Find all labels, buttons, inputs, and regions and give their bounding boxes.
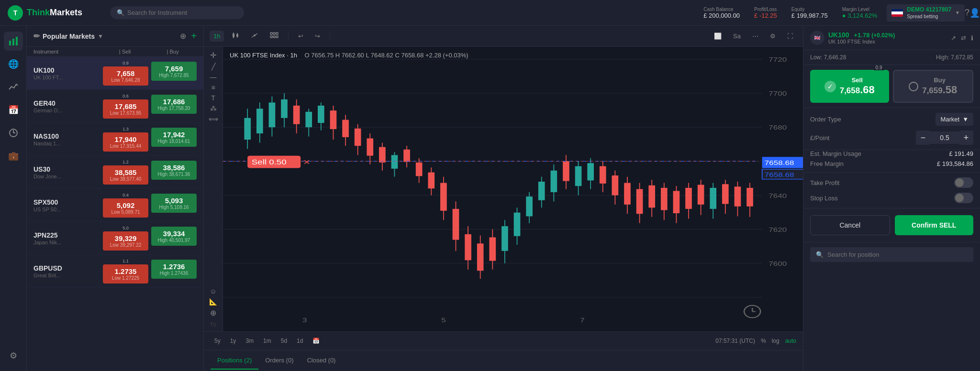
log-toggle[interactable]: log — [772, 338, 780, 344]
svg-rect-81 — [501, 226, 508, 251]
stepper-decrement[interactable]: − — [916, 131, 930, 145]
measure-tool[interactable]: ⟺ — [209, 115, 218, 123]
buy-price-button[interactable]: 17,686 High 17,758.20 — [151, 95, 197, 114]
buy-price-button[interactable]: 7,659 High 7,672.85 — [151, 62, 197, 81]
confirm-sell-button[interactable]: Confirm SELL — [895, 215, 974, 235]
sidebar-item-calendar[interactable]: 📅 — [4, 100, 23, 120]
chart-fullscreen[interactable]: ⛶ — [783, 31, 797, 42]
chart-settings[interactable]: ⚙ — [766, 31, 780, 42]
add-market-button[interactable]: + — [191, 31, 197, 42]
collapse-icon[interactable]: ⇄ — [961, 34, 966, 42]
trend-tool[interactable]: ╱ — [212, 63, 215, 70]
buy-price-button[interactable]: 39,334 High 40,501.97 — [151, 227, 197, 246]
sell-price-button[interactable]: 17,685 Low 17,673.95 — [103, 99, 148, 119]
pattern-tool[interactable]: ⁂ — [210, 105, 217, 112]
buy-price-button[interactable]: 17,942 High 18,014.61 — [151, 128, 197, 147]
chart-type-candle[interactable] — [228, 30, 243, 43]
svg-rect-15 — [273, 33, 275, 34]
sidebar-item-markets[interactable] — [4, 77, 23, 97]
svg-rect-97 — [600, 166, 606, 184]
sell-price-button[interactable]: 38,585 Low 38,577.40 — [103, 165, 148, 185]
chart-canvas[interactable]: UK 100 FTSE Index · 1h O 7656.75 H 7662.… — [223, 47, 803, 331]
sidebar-item-portfolio[interactable]: 💼 — [4, 146, 23, 165]
timeframe-buttons: 5y 1y 3m 1m 5d 1d 📅 — [211, 336, 323, 346]
cancel-button[interactable]: Cancel — [810, 215, 890, 235]
chart-screenshot[interactable]: Sa — [729, 31, 745, 42]
sidebar-item-globe[interactable]: 🌐 — [4, 55, 23, 74]
buy-price-button[interactable]: 1.2736 High 1.27436 — [151, 260, 197, 279]
crosshair-tool[interactable]: ✛ — [210, 51, 216, 60]
sync-icon[interactable]: ⊕ — [180, 32, 186, 41]
chart-settings2[interactable]: ⋯ — [748, 31, 762, 42]
tf-1m[interactable]: 1m — [259, 336, 275, 346]
order-header-icons: ↗ ⇄ ℹ — [951, 34, 973, 42]
user-icon[interactable]: 👤 — [969, 8, 980, 18]
pencil-icon[interactable]: ✏ — [33, 32, 40, 41]
instrument-row[interactable]: JPN225 Japan Nik... 5.0 39,329 Low 39,29… — [27, 222, 203, 255]
sell-price-button[interactable]: 5,092 Low 5,089.71 — [103, 198, 148, 218]
redo-button[interactable]: ↪ — [311, 31, 324, 42]
take-profit-toggle[interactable] — [954, 177, 973, 188]
position-search-bar[interactable]: 🔍 — [810, 247, 973, 262]
sidebar-item-analytics[interactable] — [4, 123, 23, 142]
zoom-tool[interactable]: ⊕ — [210, 308, 216, 317]
percent-toggle[interactable]: % — [761, 338, 766, 344]
buy-price-button[interactable]: 38,586 High 38,671.36 — [151, 161, 197, 180]
svg-rect-95 — [587, 163, 594, 180]
instrument-row[interactable]: UK100 UK 100 FT... 0.9 7,658 Low 7,646.2… — [27, 57, 203, 90]
instrument-row[interactable]: US30 Dow Jone... 1.2 38,585 Low 38,577.4… — [27, 156, 203, 189]
buy-price-button[interactable]: 5,093 High 5,109.16 — [151, 194, 197, 213]
instrument-row[interactable]: NAS100 Nasdaq 1... 1.3 17,940 Low 17,915… — [27, 123, 203, 156]
emoji-tool[interactable]: ☺ — [210, 287, 216, 295]
sidebar-item-chart[interactable] — [4, 32, 23, 51]
sell-price-button[interactable]: 7,658 Low 7,646.28 — [103, 66, 148, 86]
chart-ohlc: O 7656.75 H 7662.60 L 7648.62 C 7658.68 … — [305, 52, 468, 59]
help-icon[interactable]: ? — [965, 8, 969, 18]
tab-closed[interactable]: Closed (0) — [300, 352, 342, 370]
instrument-search[interactable]: 🔍 — [110, 6, 244, 19]
ruler-tool[interactable]: 📐 — [209, 298, 217, 306]
chart-indicators[interactable] — [247, 30, 262, 43]
tf-5d[interactable]: 5d — [277, 336, 291, 346]
timeframe-1h[interactable]: 1h — [210, 31, 224, 42]
tf-1y[interactable]: 1y — [226, 336, 240, 346]
chevron-down-icon[interactable]: ▼ — [98, 33, 103, 40]
external-link-icon[interactable]: ↗ — [951, 34, 956, 42]
auto-toggle[interactable]: auto — [785, 338, 796, 344]
svg-rect-83 — [514, 213, 521, 236]
svg-rect-65 — [403, 150, 410, 162]
order-type-select[interactable]: Market ▼ — [935, 113, 973, 126]
stepper-increment[interactable]: + — [959, 131, 973, 145]
svg-text:7680: 7680 — [768, 124, 787, 131]
tf-calendar[interactable]: 📅 — [309, 336, 323, 346]
instrument-row[interactable]: GER40 German D... 0.6 17,685 Low 17,673.… — [27, 90, 203, 123]
tab-orders[interactable]: Orders (0) — [258, 352, 300, 370]
tf-3m[interactable]: 3m — [242, 336, 257, 346]
undo-button[interactable]: ↩ — [294, 31, 307, 42]
chart-compare[interactable] — [266, 30, 282, 43]
horizontal-tool[interactable]: — — [210, 73, 217, 81]
instrument-row[interactable]: GBPUSD Great Brit... 1.1 1.2735 Low 1.27… — [27, 255, 203, 288]
stop-loss-toggle[interactable] — [954, 193, 973, 203]
info-icon[interactable]: ℹ — [971, 34, 973, 42]
svg-rect-119 — [735, 186, 741, 206]
instrument-row[interactable]: SPX500 US SP 50... 0.4 5,092 Low 5,089.7… — [27, 189, 203, 222]
position-search-input[interactable] — [827, 251, 968, 258]
cash-balance-stat: Cash Balance £ 200,000.00 — [703, 7, 740, 19]
sell-price-button[interactable]: 39,329 Low 39,297.22 — [103, 231, 148, 251]
text-tool[interactable]: T — [211, 94, 215, 102]
sell-button[interactable]: 0.9 ✓ Sell 7,658.68 — [810, 70, 889, 103]
fib-tool[interactable]: ≡ — [211, 84, 215, 91]
sidebar-item-settings[interactable]: ⚙ — [4, 346, 23, 365]
instrument-info: SPX500 US SP 50... — [33, 198, 103, 212]
tf-1d[interactable]: 1d — [293, 336, 307, 346]
sell-price-button[interactable]: 17,940 Low 17,915.44 — [103, 132, 148, 152]
sell-price-button[interactable]: 1.2735 Low 1.27225 — [103, 264, 148, 284]
tab-positions[interactable]: Positions (2) — [211, 352, 258, 370]
account-badge[interactable]: DEMO 41217807 Spread betting ▼ — [887, 4, 965, 22]
search-input[interactable] — [127, 9, 237, 16]
per-point-input[interactable] — [930, 131, 959, 144]
buy-button[interactable]: Buy 7,659.58 — [893, 70, 974, 103]
chart-expand[interactable]: ⬜ — [710, 31, 725, 42]
tf-5y[interactable]: 5y — [211, 336, 224, 346]
